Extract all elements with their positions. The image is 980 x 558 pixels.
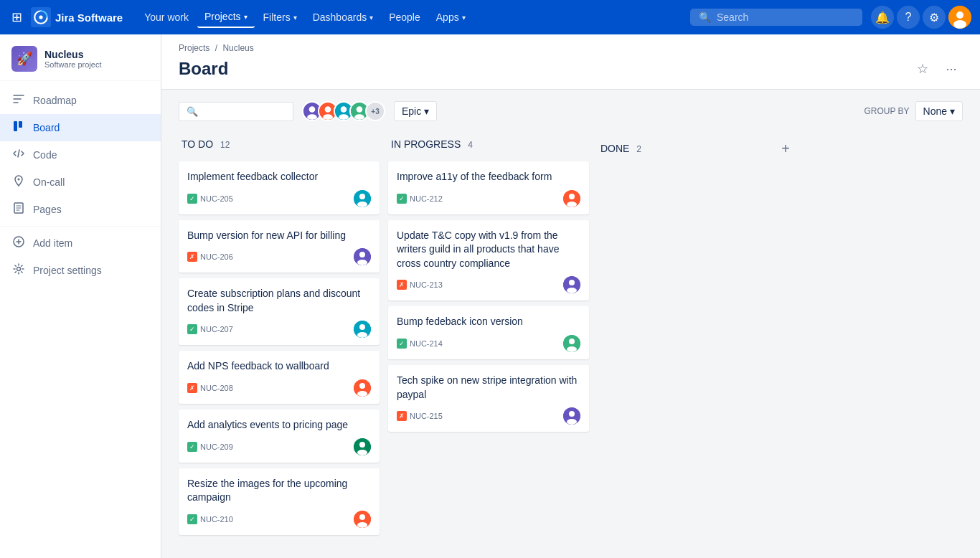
card-nuc208[interactable]: Add NPS feedback to wallboard ✗ NUC-208 xyxy=(179,351,380,404)
user-avatar[interactable] xyxy=(948,6,971,29)
nav-your-work[interactable]: Your work xyxy=(137,7,196,27)
svg-point-48 xyxy=(569,339,575,344)
svg-point-4 xyxy=(953,20,966,29)
column-header-todo: TO DO 12 xyxy=(179,133,380,156)
card-nuc209[interactable]: Add analytics events to pricing page ✓ N… xyxy=(179,410,380,463)
nav-dashboards[interactable]: Dashboards ▾ xyxy=(306,7,381,27)
card-footer: ✓ NUC-207 xyxy=(187,321,371,338)
logo[interactable]: Jira Software xyxy=(31,7,123,27)
svg-point-33 xyxy=(359,383,365,389)
card-avatar xyxy=(354,321,371,338)
svg-point-49 xyxy=(567,346,577,352)
svg-point-42 xyxy=(569,194,575,199)
card-nuc213[interactable]: Update T&C copy with v1.9 from the write… xyxy=(388,220,589,301)
sidebar-item-roadmap[interactable]: Roadmap xyxy=(0,87,161,114)
grid-icon[interactable]: ⊞ xyxy=(9,6,25,28)
sidebar-nav: Roadmap Board Code On-call xyxy=(0,81,161,290)
page-title: Board xyxy=(179,59,228,79)
search-input[interactable]: Search xyxy=(717,11,748,23)
card-title: Bump version for new API for billing xyxy=(187,229,371,243)
add-column-button[interactable]: + xyxy=(776,138,796,159)
svg-point-7 xyxy=(18,179,20,181)
card-nuc205[interactable]: Implement feedback collector ✓ NUC-205 xyxy=(179,161,380,214)
sidebar-label-code: Code xyxy=(33,149,57,161)
sidebar-item-code[interactable]: Code xyxy=(0,141,161,169)
card-id-area: ✗ NUC-206 xyxy=(187,252,233,262)
card-nuc210[interactable]: Resize the images for the upcoming campa… xyxy=(179,468,380,535)
search-bar[interactable]: 🔍 Search xyxy=(690,9,862,26)
sidebar-item-add[interactable]: Add item xyxy=(0,230,161,257)
svg-point-40 xyxy=(357,522,367,528)
card-avatar xyxy=(563,190,580,207)
card-id-area: ✗ NUC-208 xyxy=(187,383,233,393)
card-avatar xyxy=(354,248,371,265)
issue-type-bug: ✗ xyxy=(187,383,197,393)
help-button[interactable]: ? xyxy=(897,6,920,29)
card-footer: ✓ NUC-212 xyxy=(397,190,580,207)
sidebar-label-board: Board xyxy=(33,122,60,133)
nav-actions: 🔔 ? ⚙ xyxy=(871,6,971,29)
card-id: NUC-210 xyxy=(200,515,233,524)
issue-type-story: ✓ xyxy=(187,514,197,524)
projects-chevron-icon: ▾ xyxy=(244,13,248,21)
svg-point-45 xyxy=(569,280,575,285)
epic-filter[interactable]: Epic ▾ xyxy=(394,101,437,121)
card-id-area: ✓ NUC-207 xyxy=(187,324,233,334)
sidebar-label-roadmap: Roadmap xyxy=(33,95,77,106)
svg-point-51 xyxy=(569,411,575,417)
app-layout: 🚀 Nucleus Software project Roadmap Board xyxy=(0,34,980,558)
svg-point-46 xyxy=(567,288,577,293)
card-id: NUC-206 xyxy=(200,252,233,261)
sidebar-item-board[interactable]: Board xyxy=(0,114,161,141)
more-button[interactable]: ··· xyxy=(940,57,963,80)
notifications-button[interactable]: 🔔 xyxy=(871,6,894,29)
sidebar-item-settings[interactable]: Project settings xyxy=(0,257,161,284)
card-title: Update T&C copy with v1.9 from the write… xyxy=(397,229,580,271)
nav-apps[interactable]: Apps ▾ xyxy=(429,7,473,27)
issue-type-bug: ✗ xyxy=(397,280,407,290)
card-title: Bump fedeback icon version xyxy=(397,315,580,329)
card-avatar xyxy=(354,190,371,207)
breadcrumb-project[interactable]: Nucleus xyxy=(222,43,253,53)
board-search[interactable]: 🔍 xyxy=(179,102,293,121)
breadcrumb-projects[interactable]: Projects xyxy=(179,43,209,53)
group-by-area: GROUP BY None ▾ xyxy=(864,101,963,121)
sidebar-label-pages: Pages xyxy=(33,204,62,215)
star-button[interactable]: ☆ xyxy=(911,57,934,80)
svg-point-27 xyxy=(359,252,365,257)
svg-point-18 xyxy=(341,106,347,113)
sidebar-item-pages[interactable]: Pages xyxy=(0,196,161,223)
group-by-value: None xyxy=(923,105,947,117)
avatar-filter-more[interactable]: +3 xyxy=(365,101,385,121)
column-cards-inprogress: Improve a11y of the feedback form ✓ NUC-… xyxy=(388,161,589,432)
group-by-select[interactable]: None ▾ xyxy=(915,101,963,121)
card-nuc214[interactable]: Bump fedeback icon version ✓ NUC-214 xyxy=(388,306,589,359)
card-title: Create subscription plans and discount c… xyxy=(187,287,371,315)
page-title-row: Board ☆ ··· xyxy=(179,57,963,89)
card-avatar xyxy=(354,511,371,528)
card-nuc206[interactable]: Bump version for new API for billing ✗ N… xyxy=(179,220,380,273)
card-nuc212[interactable]: Improve a11y of the feedback form ✓ NUC-… xyxy=(388,161,589,214)
project-header[interactable]: 🚀 Nucleus Software project xyxy=(0,34,161,81)
card-nuc215[interactable]: Tech spike on new stripe integration wit… xyxy=(388,365,589,432)
nav-projects[interactable]: Projects ▾ xyxy=(197,6,255,28)
card-id: NUC-205 xyxy=(200,194,233,203)
column-header-done: DONE 2 + xyxy=(598,133,798,164)
nav-people[interactable]: People xyxy=(382,7,428,27)
card-id-area: ✓ NUC-210 xyxy=(187,514,233,524)
svg-point-12 xyxy=(309,106,316,113)
card-id-area: ✗ NUC-213 xyxy=(397,280,443,290)
nav-filters[interactable]: Filters ▾ xyxy=(256,7,304,27)
card-nuc207[interactable]: Create subscription plans and discount c… xyxy=(179,278,380,345)
svg-point-43 xyxy=(567,202,577,207)
card-title: Add NPS feedback to wallboard xyxy=(187,359,371,374)
svg-point-25 xyxy=(357,202,367,207)
card-id: NUC-207 xyxy=(200,325,233,334)
sidebar-item-oncall[interactable]: On-call xyxy=(0,169,161,196)
card-footer: ✗ NUC-206 xyxy=(187,248,371,265)
avatars-filter[interactable]: +3 xyxy=(302,101,385,121)
svg-rect-6 xyxy=(19,121,22,128)
board-area: 🔍 +3 xyxy=(161,90,980,547)
settings-button[interactable]: ⚙ xyxy=(923,6,946,29)
card-title: Add analytics events to pricing page xyxy=(187,418,371,432)
